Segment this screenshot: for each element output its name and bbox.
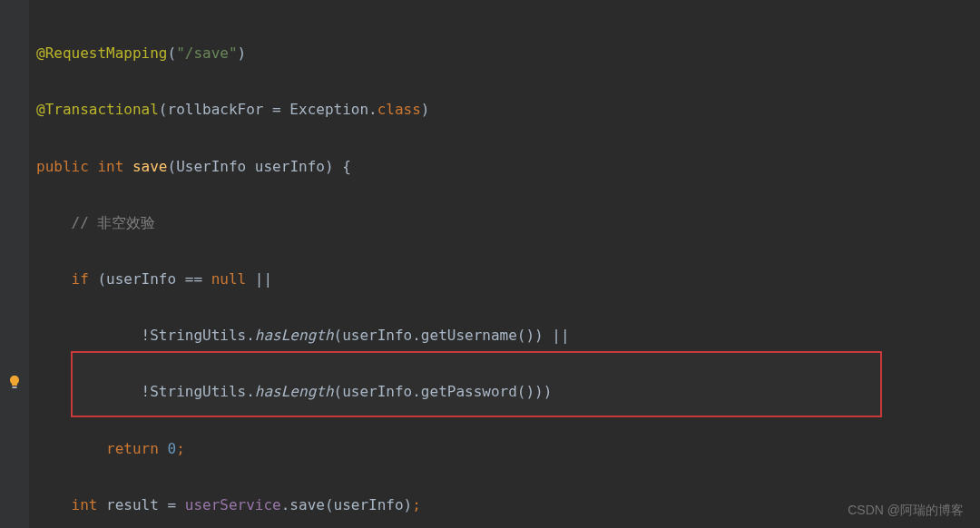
semicolon: ; [176, 440, 185, 457]
param-type: UserInfo [176, 158, 255, 175]
paren: ( [168, 44, 177, 62]
paren: ( [159, 101, 168, 118]
method-call: .save(userInfo) [281, 496, 413, 513]
keyword-public: public [36, 158, 97, 175]
keyword-int: int [97, 158, 132, 175]
editor-gutter [0, 0, 29, 528]
condition: (userInfo == [97, 270, 211, 288]
watermark: CSDN @阿瑞的博客 [848, 498, 964, 523]
paren: ) [238, 44, 247, 62]
negation-call: !StringUtils. [142, 327, 255, 344]
indent [36, 214, 72, 231]
svg-rect-0 [13, 386, 17, 388]
code-editor[interactable]: @RequestMapping("/save") @Transactional(… [36, 11, 718, 528]
paren-brace: ) { [325, 158, 351, 175]
indent [36, 383, 142, 400]
negation-call: !StringUtils. [142, 383, 255, 400]
class-ref: Exception. [289, 101, 377, 118]
attr-name: rollbackFor [168, 101, 273, 118]
intention-bulb-icon[interactable] [7, 370, 22, 385]
keyword-if: if [72, 270, 98, 288]
keyword-return: return [106, 440, 167, 457]
args: (userInfo.getUsername()) || [334, 327, 570, 344]
static-method: hasLength [255, 383, 334, 400]
method-name: save [132, 158, 168, 175]
args: (userInfo.getPassword())) [334, 383, 553, 400]
number-literal: 0 [168, 440, 177, 457]
indent [36, 327, 142, 344]
operator: || [255, 270, 272, 288]
keyword-null: null [211, 270, 255, 288]
variable: result = [106, 496, 185, 513]
static-method: hasLength [255, 327, 334, 344]
paren: ( [168, 158, 177, 175]
field-ref: userService [185, 496, 281, 513]
indent [36, 270, 72, 288]
equals: = [272, 101, 289, 118]
string-literal: "/save" [176, 44, 237, 62]
annotation: @RequestMapping [36, 44, 168, 62]
keyword-class: class [377, 101, 421, 118]
indent [36, 496, 72, 513]
semicolon: ; [412, 496, 421, 513]
annotation: @Transactional [36, 101, 159, 118]
comment: // 非空效验 [72, 214, 156, 231]
indent [36, 440, 106, 457]
param-name: userInfo [255, 158, 325, 175]
paren: ) [421, 101, 430, 118]
keyword-int: int [72, 496, 107, 513]
